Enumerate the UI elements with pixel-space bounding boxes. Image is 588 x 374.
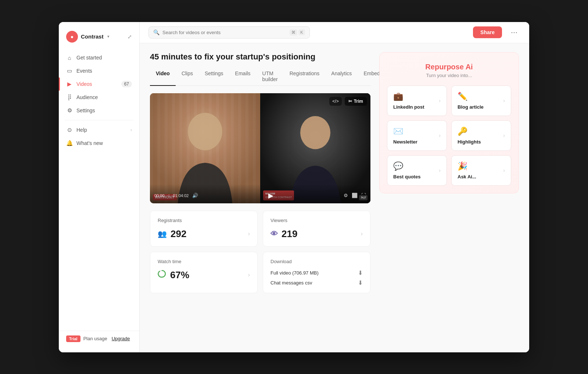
page-title: 45 minutes to fix your startup's positio… <box>150 52 370 62</box>
svg-point-1 <box>300 116 330 149</box>
best-quotes-label: Best quotes <box>393 174 420 179</box>
highlights-arrow-icon: › <box>503 132 505 138</box>
download-full-video-icon[interactable]: ⬇ <box>358 269 363 276</box>
sidebar-item-label: Events <box>76 68 92 74</box>
repurpose-panel: Repurpose Ai Turn your video into... 💼 L… <box>379 52 519 193</box>
sidebar: ● Contrast ▾ ⤢ ⌂ Get started ▭ Events ▶ … <box>59 22 140 352</box>
theater-mode-button[interactable]: ⬜ <box>352 193 358 198</box>
watch-time-value: 67% <box>158 269 189 281</box>
video-controls: 00:00 / 01:04:02 🔊 ▶ ⚙ ⬜ ⛶ <box>150 184 370 203</box>
audience-icon: ⡿ <box>66 94 73 101</box>
repurpose-card-ask-ai[interactable]: 🎉 Ask Ai... › <box>451 155 511 186</box>
watch-time-card: Watch time 67% <box>150 252 258 293</box>
download-full-video-label: Full video (706.97 MB) <box>270 270 319 276</box>
upgrade-link[interactable]: Upgrade <box>112 336 130 341</box>
fullscreen-button[interactable]: ⛶ <box>361 193 366 198</box>
best-quotes-icon: 💬 <box>393 161 420 171</box>
sidebar-item-get-started[interactable]: ⌂ Get started <box>59 51 139 64</box>
video-top-controls: </> ✂ Trim <box>329 97 367 106</box>
sidebar-item-whats-new[interactable]: 🔔 What's new <box>59 137 139 150</box>
sidebar-item-help[interactable]: ⊙ Help › <box>59 123 139 137</box>
right-panel: Repurpose Ai Turn your video into... 💼 L… <box>379 52 519 344</box>
stats-grid: Registrants 👥 292 › Viewers <box>150 211 370 293</box>
repurpose-card-linkedin[interactable]: 💼 LinkedIn post › <box>387 86 447 116</box>
tab-clips[interactable]: Clips <box>176 68 199 86</box>
registrants-arrow[interactable]: › <box>248 230 250 237</box>
play-button[interactable]: ▶ <box>268 192 273 200</box>
highlights-label: Highlights <box>458 139 481 145</box>
sidebar-item-audience[interactable]: ⡿ Audience <box>59 91 139 104</box>
sidebar-item-label: Help <box>76 127 87 133</box>
search-input[interactable] <box>162 30 287 35</box>
logo-icon: ● <box>66 31 78 43</box>
time-current: 00:00 <box>154 193 165 198</box>
topbar: 🔍 ⌘ K Share ⋯ <box>140 22 529 43</box>
search-icon: 🔍 <box>153 29 159 35</box>
linkedin-icon: 💼 <box>393 92 424 101</box>
registrants-card: Registrants 👥 292 › <box>150 211 258 247</box>
sidebar-item-events[interactable]: ▭ Events <box>59 64 139 77</box>
plan-usage-label: Plan usage <box>83 336 107 341</box>
viewers-value: 👁 219 <box>270 228 297 240</box>
registrants-value: 👥 292 <box>158 228 186 240</box>
viewers-card: Viewers 👁 219 › <box>263 211 370 247</box>
sidebar-item-videos[interactable]: ▶ Videos 67 <box>59 77 139 91</box>
play-icon: ▶ <box>66 81 73 87</box>
bell-icon: 🔔 <box>66 140 73 146</box>
cmd-key: ⌘ <box>290 29 297 36</box>
k-key: K <box>298 29 305 35</box>
code-icon: </> <box>332 99 338 104</box>
download-label: Download <box>270 259 363 264</box>
tab-utm-builder[interactable]: UTM builder <box>257 68 284 86</box>
blog-icon: ✏️ <box>458 92 484 101</box>
highlights-icon: 🔑 <box>458 127 481 136</box>
registrants-icon: 👥 <box>158 229 167 238</box>
tabs: Video Clips Settings Emails UTM builder … <box>150 68 370 86</box>
blog-arrow-icon: › <box>503 98 505 104</box>
scissors-icon: ✂ <box>348 99 352 104</box>
sidebar-item-label: Audience <box>76 94 98 100</box>
video-player[interactable]: ANTHONY HD MAX <box>150 93 370 203</box>
download-section: Full video (706.97 MB) ⬇ Chat messages c… <box>270 269 363 286</box>
sidebar-logo[interactable]: ● Contrast ▾ ⤢ <box>59 28 139 50</box>
chevron-down-icon: ▾ <box>107 34 110 39</box>
share-button[interactable]: Share <box>473 26 502 38</box>
tab-registrations[interactable]: Registrations <box>284 68 326 86</box>
ask-ai-label: Ask Ai... <box>458 174 476 179</box>
keyboard-shortcut: ⌘ K <box>290 29 305 36</box>
sidebar-item-label: Videos <box>76 81 92 87</box>
repurpose-card-newsletter[interactable]: ✉️ Newsletter › <box>387 120 447 151</box>
watch-time-arrow[interactable]: › <box>248 272 250 278</box>
repurpose-grid: 💼 LinkedIn post › ✏️ Blog article › <box>387 86 511 186</box>
settings-video-button[interactable]: ⚙ <box>344 193 348 198</box>
watch-time-label: Watch time <box>158 259 250 264</box>
ask-ai-arrow-icon: › <box>503 167 505 173</box>
tab-video[interactable]: Video <box>150 68 176 86</box>
external-link-icon[interactable]: ⤢ <box>128 34 132 40</box>
download-chat-label: Chat messages csv <box>270 280 312 286</box>
sidebar-nav: ⌂ Get started ▭ Events ▶ Videos 67 ⡿ Aud… <box>59 50 139 331</box>
download-item-full-video: Full video (706.97 MB) ⬇ <box>270 269 363 276</box>
search-bar[interactable]: 🔍 ⌘ K <box>148 26 310 39</box>
tab-analytics[interactable]: Analytics <box>325 68 358 86</box>
trim-button[interactable]: ✂ Trim <box>345 97 367 106</box>
main-content: 🔍 ⌘ K Share ⋯ 45 minutes to fix your sta… <box>140 22 529 352</box>
tab-emails[interactable]: Emails <box>229 68 257 86</box>
divider <box>65 120 133 120</box>
repurpose-card-best-quotes[interactable]: 💬 Best quotes › <box>387 155 447 186</box>
calendar-icon: ▭ <box>66 68 73 74</box>
viewers-arrow[interactable]: › <box>361 230 363 237</box>
sidebar-item-settings[interactable]: ⚙ Settings <box>59 104 139 117</box>
download-chat-icon[interactable]: ⬇ <box>358 279 363 286</box>
more-options-button[interactable]: ⋯ <box>508 27 520 38</box>
code-embed-button[interactable]: </> <box>329 97 341 106</box>
volume-button[interactable]: 🔊 <box>192 193 198 198</box>
tab-settings[interactable]: Settings <box>199 68 229 86</box>
time-separator: / <box>168 193 169 198</box>
repurpose-card-blog[interactable]: ✏️ Blog article › <box>451 86 511 116</box>
download-card: Download Full video (706.97 MB) ⬇ Chat m… <box>263 252 370 293</box>
settings-icon: ⚙ <box>66 107 73 114</box>
sidebar-item-label: Get started <box>76 55 102 61</box>
home-icon: ⌂ <box>66 55 73 61</box>
repurpose-card-highlights[interactable]: 🔑 Highlights › <box>451 120 511 151</box>
